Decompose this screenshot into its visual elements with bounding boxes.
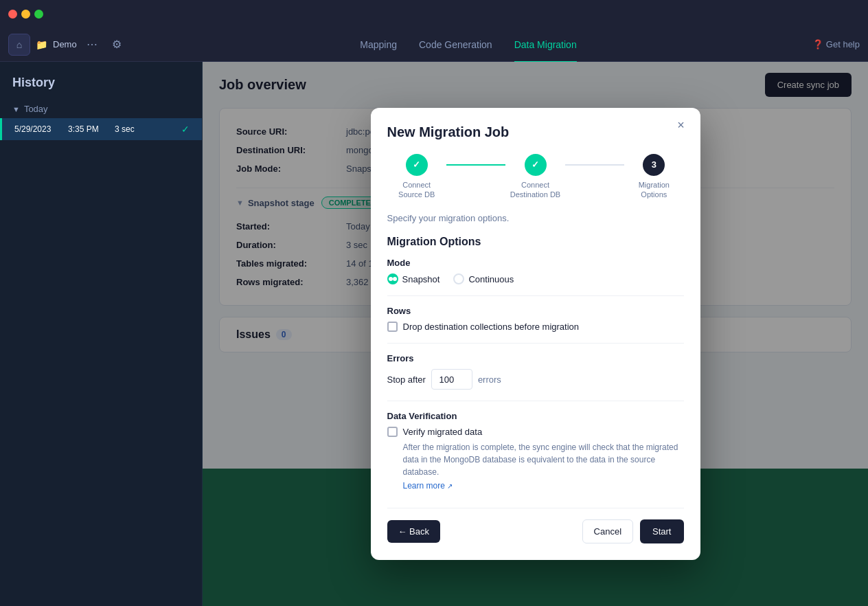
item-duration: 3 sec (115, 124, 176, 134)
modal-title: New Migration Job (387, 124, 684, 140)
divider-3 (387, 401, 684, 401)
snapshot-radio-circle[interactable] (387, 273, 398, 284)
tab-mapping[interactable]: Mapping (360, 36, 397, 53)
footer-right: Cancel Start (582, 519, 684, 543)
start-button[interactable]: Start (640, 519, 683, 543)
step-2: ✓ ConnectDestination DB (505, 154, 564, 200)
tab-code-generation[interactable]: Code Generation (419, 36, 492, 53)
data-verification-group: Data Verification Verify migrated data A… (387, 411, 684, 491)
group-label: Today (24, 104, 48, 114)
item-date: 5/29/2023 (14, 124, 62, 134)
stepper: ✓ ConnectSource DB ✓ ConnectDestination … (387, 154, 684, 200)
sidebar: History ▼ Today 5/29/2023 3:35 PM 3 sec … (0, 62, 203, 606)
errors-suffix: errors (478, 374, 501, 385)
migration-modal: New Migration Job × ✓ ConnectSource DB ✓… (371, 108, 700, 561)
folder-icon: 📁 (36, 39, 47, 50)
stop-after-row: Stop after errors (387, 369, 684, 390)
verify-checkbox[interactable]: Verify migrated data (387, 427, 684, 437)
sidebar-title: History (0, 62, 202, 100)
snapshot-radio-label: Snapshot (402, 274, 440, 284)
learn-more-link[interactable]: Learn more ↗ (403, 481, 453, 491)
help-icon: ❓ (812, 39, 823, 49)
mode-group: Mode Snapshot Continuous (387, 258, 684, 284)
drop-collections-checkbox[interactable]: Drop destination collections before migr… (387, 322, 684, 332)
help-button[interactable]: ❓ Get help (812, 39, 860, 49)
learn-more-label: Learn more (403, 481, 445, 491)
home-button[interactable]: ⌂ (8, 34, 30, 56)
step-1-circle: ✓ (406, 154, 428, 176)
errors-group: Errors Stop after errors (387, 353, 684, 390)
external-link-icon: ↗ (447, 482, 453, 490)
modal-section-title: Migration Options (387, 236, 684, 248)
chevron-icon: ▼ (12, 105, 20, 113)
more-options-button[interactable]: ⋯ (82, 35, 102, 54)
step-2-label: ConnectDestination DB (510, 180, 560, 200)
continuous-radio-circle[interactable] (453, 273, 464, 284)
divider-1 (387, 295, 684, 296)
continuous-radio[interactable]: Continuous (453, 273, 514, 284)
modal-overlay: New Migration Job × ✓ ConnectSource DB ✓… (203, 62, 868, 606)
continuous-radio-label: Continuous (468, 274, 514, 284)
verify-description: After the migration is complete, the syn… (403, 441, 684, 478)
traffic-lights (8, 10, 43, 19)
drop-collections-label: Drop destination collections before migr… (403, 322, 580, 332)
settings-button[interactable]: ⚙ (107, 35, 126, 54)
mode-radio-group: Snapshot Continuous (387, 273, 684, 284)
divider-2 (387, 343, 684, 344)
minimize-button[interactable] (21, 10, 30, 19)
modal-footer: ← Back Cancel Start (387, 508, 684, 543)
nav-left: ⌂ 📁 Demo ⋯ ⚙ (8, 34, 214, 56)
data-verification-label: Data Verification (387, 411, 684, 421)
cancel-button[interactable]: Cancel (582, 519, 633, 543)
item-time: 3:35 PM (68, 124, 109, 134)
drop-collections-checkbox-box[interactable] (387, 322, 398, 332)
step-3-circle: 3 (643, 154, 665, 176)
step-3-label: MigrationOptions (639, 180, 670, 200)
back-button[interactable]: ← Back (387, 520, 441, 543)
title-bar (0, 0, 868, 27)
step-3: 3 MigrationOptions (624, 154, 683, 200)
top-nav: ⌂ 📁 Demo ⋯ ⚙ Mapping Code Generation Dat… (0, 27, 868, 62)
sidebar-group-header[interactable]: ▼ Today (0, 100, 202, 118)
stop-after-label: Stop after (387, 374, 426, 385)
rows-label: Rows (387, 306, 684, 316)
step-connector-2 (565, 164, 624, 166)
snapshot-radio[interactable]: Snapshot (387, 273, 440, 284)
step-2-circle: ✓ (525, 154, 547, 176)
maximize-button[interactable] (34, 10, 43, 19)
verify-checkbox-box[interactable] (387, 427, 398, 437)
step-1-label: ConnectSource DB (398, 180, 435, 200)
content-area: Job overview Create sync job Source URI:… (203, 62, 868, 606)
modal-subtitle: Specify your migration options. (387, 213, 684, 223)
sidebar-item[interactable]: 5/29/2023 3:35 PM 3 sec ✓ (0, 118, 202, 140)
help-label: Get help (826, 39, 860, 49)
item-check-icon: ✓ (181, 124, 190, 135)
mode-label: Mode (387, 258, 684, 268)
tab-data-migration[interactable]: Data Migration (514, 36, 577, 53)
stop-after-input[interactable] (431, 369, 472, 390)
main-layout: History ▼ Today 5/29/2023 3:35 PM 3 sec … (0, 62, 868, 606)
rows-group: Rows Drop destination collections before… (387, 306, 684, 332)
close-button[interactable] (8, 10, 17, 19)
project-name: Demo (53, 39, 77, 49)
modal-close-button[interactable]: × (673, 117, 689, 134)
step-1: ✓ ConnectSource DB (387, 154, 446, 200)
nav-right: ❓ Get help (722, 39, 860, 49)
nav-tabs: Mapping Code Generation Data Migration (214, 36, 722, 53)
verify-label: Verify migrated data (403, 427, 483, 437)
step-connector-1 (446, 164, 505, 166)
errors-label: Errors (387, 353, 684, 363)
